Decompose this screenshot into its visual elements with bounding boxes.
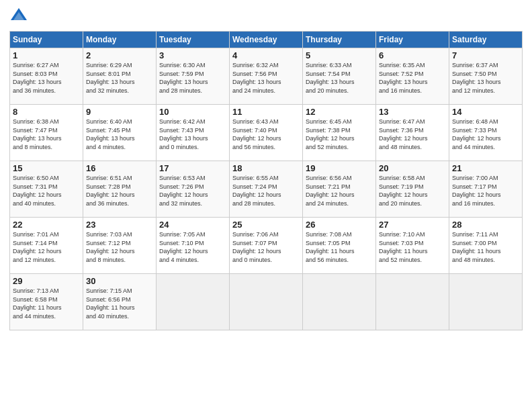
day-number: 18 [232,163,300,173]
calendar-cell: 14Sunrise: 6:48 AM Sunset: 7:33 PM Dayli… [449,105,523,161]
calendar-cell [303,274,376,330]
day-info: Sunrise: 6:38 AM Sunset: 7:47 PM Dayligh… [13,118,80,151]
calendar-cell: 20Sunrise: 6:58 AM Sunset: 7:19 PM Dayli… [376,161,449,218]
calendar-cell: 24Sunrise: 7:05 AM Sunset: 7:10 PM Dayli… [157,218,230,274]
day-info: Sunrise: 6:55 AM Sunset: 7:24 PM Dayligh… [232,174,300,208]
day-number: 6 [379,50,446,60]
day-info: Sunrise: 6:53 AM Sunset: 7:26 PM Dayligh… [159,174,226,208]
day-info: Sunrise: 6:27 AM Sunset: 8:03 PM Dayligh… [13,61,80,95]
day-info: Sunrise: 6:56 AM Sunset: 7:21 PM Dayligh… [306,174,373,208]
calendar-cell: 7Sunrise: 6:37 AM Sunset: 7:50 PM Daylig… [449,48,523,105]
day-number: 10 [159,107,226,117]
day-number: 27 [379,220,446,230]
calendar-cell: 17Sunrise: 6:53 AM Sunset: 7:26 PM Dayli… [157,161,230,218]
day-info: Sunrise: 7:01 AM Sunset: 7:14 PM Dayligh… [13,230,80,264]
day-number: 25 [232,220,300,230]
day-info: Sunrise: 7:13 AM Sunset: 6:58 PM Dayligh… [13,287,80,320]
day-number: 13 [379,107,446,117]
day-info: Sunrise: 7:00 AM Sunset: 7:17 PM Dayligh… [452,174,519,208]
calendar-cell: 30Sunrise: 7:15 AM Sunset: 6:56 PM Dayli… [83,274,157,330]
day-number: 8 [13,107,80,117]
day-info: Sunrise: 6:35 AM Sunset: 7:52 PM Dayligh… [379,61,446,95]
calendar-cell: 3Sunrise: 6:30 AM Sunset: 7:59 PM Daylig… [157,48,230,105]
calendar-week-3: 15Sunrise: 6:50 AM Sunset: 7:31 PM Dayli… [10,161,523,218]
day-info: Sunrise: 6:29 AM Sunset: 8:01 PM Dayligh… [86,61,153,95]
day-number: 21 [452,163,519,173]
day-info: Sunrise: 6:50 AM Sunset: 7:31 PM Dayligh… [13,174,80,208]
weekday-header-sunday: Sunday [10,32,83,48]
calendar-cell: 6Sunrise: 6:35 AM Sunset: 7:52 PM Daylig… [376,48,449,105]
calendar-cell [449,274,523,330]
day-info: Sunrise: 7:15 AM Sunset: 6:56 PM Dayligh… [86,287,153,320]
calendar-table: SundayMondayTuesdayWednesdayThursdayFrid… [9,31,523,330]
weekday-header-thursday: Thursday [303,32,376,48]
day-number: 28 [452,220,519,230]
calendar-cell: 11Sunrise: 6:43 AM Sunset: 7:40 PM Dayli… [230,105,303,161]
day-number: 14 [452,107,519,117]
day-info: Sunrise: 6:51 AM Sunset: 7:28 PM Dayligh… [86,174,153,208]
day-number: 4 [232,50,300,60]
calendar-cell: 29Sunrise: 7:13 AM Sunset: 6:58 PM Dayli… [10,274,83,330]
calendar-week-1: 1Sunrise: 6:27 AM Sunset: 8:03 PM Daylig… [10,48,523,105]
calendar-cell: 12Sunrise: 6:45 AM Sunset: 7:38 PM Dayli… [303,105,376,161]
calendar-cell: 28Sunrise: 7:11 AM Sunset: 7:00 PM Dayli… [449,218,523,274]
calendar-cell: 8Sunrise: 6:38 AM Sunset: 7:47 PM Daylig… [10,105,83,161]
calendar-cell: 19Sunrise: 6:56 AM Sunset: 7:21 PM Dayli… [303,161,376,218]
calendar-cell: 10Sunrise: 6:42 AM Sunset: 7:43 PM Dayli… [157,105,230,161]
header [9,7,523,26]
calendar-week-4: 22Sunrise: 7:01 AM Sunset: 7:14 PM Dayli… [10,218,523,274]
weekday-header-friday: Friday [376,32,449,48]
day-info: Sunrise: 6:48 AM Sunset: 7:33 PM Dayligh… [452,118,519,151]
day-number: 29 [13,276,80,286]
day-info: Sunrise: 7:11 AM Sunset: 7:00 PM Dayligh… [452,230,519,264]
day-info: Sunrise: 6:43 AM Sunset: 7:40 PM Dayligh… [232,118,300,151]
day-info: Sunrise: 6:37 AM Sunset: 7:50 PM Dayligh… [452,61,519,95]
calendar-cell: 22Sunrise: 7:01 AM Sunset: 7:14 PM Dayli… [10,218,83,274]
day-info: Sunrise: 7:08 AM Sunset: 7:05 PM Dayligh… [306,230,373,264]
day-info: Sunrise: 6:30 AM Sunset: 7:59 PM Dayligh… [159,61,226,95]
calendar-cell: 1Sunrise: 6:27 AM Sunset: 8:03 PM Daylig… [10,48,83,105]
calendar-cell: 18Sunrise: 6:55 AM Sunset: 7:24 PM Dayli… [230,161,303,218]
calendar-cell: 2Sunrise: 6:29 AM Sunset: 8:01 PM Daylig… [83,48,157,105]
day-number: 5 [306,50,373,60]
calendar-cell: 21Sunrise: 7:00 AM Sunset: 7:17 PM Dayli… [449,161,523,218]
day-number: 9 [86,107,153,117]
day-info: Sunrise: 7:10 AM Sunset: 7:03 PM Dayligh… [379,230,446,264]
calendar-cell: 16Sunrise: 6:51 AM Sunset: 7:28 PM Dayli… [83,161,157,218]
calendar-week-2: 8Sunrise: 6:38 AM Sunset: 7:47 PM Daylig… [10,105,523,161]
calendar-cell: 4Sunrise: 6:32 AM Sunset: 7:56 PM Daylig… [230,48,303,105]
day-number: 16 [86,163,153,173]
day-info: Sunrise: 7:05 AM Sunset: 7:10 PM Dayligh… [159,230,226,264]
day-info: Sunrise: 7:06 AM Sunset: 7:07 PM Dayligh… [232,230,300,264]
day-info: Sunrise: 6:40 AM Sunset: 7:45 PM Dayligh… [86,118,153,151]
calendar-cell: 13Sunrise: 6:47 AM Sunset: 7:36 PM Dayli… [376,105,449,161]
day-info: Sunrise: 7:03 AM Sunset: 7:12 PM Dayligh… [86,230,153,264]
logo-icon [9,7,28,26]
day-number: 23 [86,220,153,230]
logo [9,7,30,26]
weekday-header-saturday: Saturday [449,32,523,48]
day-info: Sunrise: 6:32 AM Sunset: 7:56 PM Dayligh… [232,61,300,95]
day-info: Sunrise: 6:45 AM Sunset: 7:38 PM Dayligh… [306,118,373,151]
day-number: 12 [306,107,373,117]
day-number: 20 [379,163,446,173]
calendar-cell: 15Sunrise: 6:50 AM Sunset: 7:31 PM Dayli… [10,161,83,218]
weekday-header-wednesday: Wednesday [230,32,303,48]
page-container: SundayMondayTuesdayWednesdayThursdayFrid… [0,0,532,411]
day-number: 22 [13,220,80,230]
day-info: Sunrise: 6:42 AM Sunset: 7:43 PM Dayligh… [159,118,226,151]
calendar-cell [157,274,230,330]
weekday-header-tuesday: Tuesday [157,32,230,48]
day-number: 30 [86,276,153,286]
calendar-cell [376,274,449,330]
day-number: 7 [452,50,519,60]
day-info: Sunrise: 6:47 AM Sunset: 7:36 PM Dayligh… [379,118,446,151]
day-number: 1 [13,50,80,60]
weekday-header-monday: Monday [83,32,157,48]
day-number: 19 [306,163,373,173]
day-number: 3 [159,50,226,60]
day-number: 17 [159,163,226,173]
day-number: 11 [232,107,300,117]
weekday-header-row: SundayMondayTuesdayWednesdayThursdayFrid… [10,32,523,48]
day-number: 2 [86,50,153,60]
